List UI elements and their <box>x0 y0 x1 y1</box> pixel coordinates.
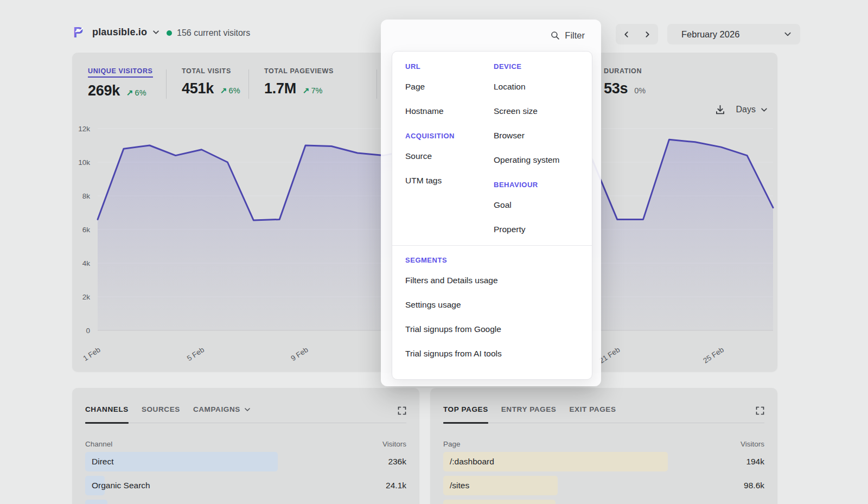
tab-sources[interactable]: SOURCES <box>142 405 180 423</box>
stat-label: DURATION <box>604 67 642 75</box>
filter-item-location[interactable]: Location <box>494 74 582 99</box>
x-tick-label-21-feb: 21 Feb <box>598 346 621 365</box>
row-value: 194k <box>746 457 764 467</box>
tab-exit-pages[interactable]: EXIT PAGES <box>569 405 616 423</box>
stat-label: TOTAL VISITS <box>182 67 231 75</box>
channels-card: CHANNELSSOURCESCAMPAIGNS ChannelVisitors… <box>72 388 419 504</box>
tab-channels[interactable]: CHANNELS <box>85 405 129 423</box>
filter-item-page[interactable]: Page <box>405 74 494 99</box>
filter-dropdown: URLPageHostnameACQUISITIONSourceUTM tags… <box>392 51 592 380</box>
filter-item-browser[interactable]: Browser <box>494 123 582 148</box>
row-label: Organic Search <box>92 481 150 490</box>
filter-group-behaviour: BEHAVIOUR <box>494 176 582 193</box>
row-bar <box>85 452 278 471</box>
table-row-direct[interactable]: Direct236k <box>85 452 406 471</box>
filter-item-hostname[interactable]: Hostname <box>405 99 494 123</box>
plausible-logo-icon: P <box>72 25 87 40</box>
column-header-channel: Channel <box>85 440 112 448</box>
filter-item-utm-tags[interactable]: UTM tags <box>405 168 494 193</box>
row-label: /:dashboard <box>450 457 494 467</box>
tab-entry-pages[interactable]: ENTRY PAGES <box>501 405 557 423</box>
current-visitors-label: 156 current visitors <box>177 28 250 38</box>
current-visitors[interactable]: 156 current visitors <box>167 28 250 38</box>
segment-item-trial-signups-from-ai-tools[interactable]: Trial signups from AI tools <box>405 341 582 366</box>
y-tick-label-2k: 2k <box>82 293 91 301</box>
prev-period-button[interactable] <box>616 24 637 44</box>
stat-total-visits[interactable]: TOTAL VISITS451k↗6% <box>182 66 240 97</box>
filter-modal: Filter URLPageHostnameACQUISITIONSourceU… <box>381 20 601 386</box>
interval-controls: Days <box>715 103 768 117</box>
segment-item-filters-and-details-usage[interactable]: Filters and Details usage <box>405 268 582 292</box>
channels-column-headers: ChannelVisitors <box>85 440 406 448</box>
tab-campaigns[interactable]: CAMPAIGNS <box>193 405 251 423</box>
filter-item-source[interactable]: Source <box>405 144 494 168</box>
table-row-organic-search[interactable]: Organic Search24.1k <box>85 476 406 495</box>
expand-icon[interactable] <box>756 406 764 415</box>
table-row-sites[interactable]: /sites98.6k <box>443 476 764 495</box>
filter-column-left: URLPageHostnameACQUISITIONSourceUTM tags <box>405 58 494 241</box>
segment-item-trial-signups-from-google[interactable]: Trial signups from Google <box>405 317 582 341</box>
filter-group-device: DEVICE <box>494 58 582 74</box>
segments-divider <box>392 245 592 246</box>
up-right-arrow-icon: ↗ <box>126 88 133 98</box>
stat-delta-value: 6% <box>135 88 146 97</box>
filter-group-acquisition: ACQUISITION <box>405 127 494 144</box>
table-row-dashboard[interactable]: /:dashboard194k <box>443 452 764 471</box>
stat-delta-value: 0% <box>634 86 646 95</box>
site-name: plausible.io <box>92 27 147 38</box>
stat-value: 269k <box>88 82 120 99</box>
filter-item-property[interactable]: Property <box>494 217 582 241</box>
row-label: Direct <box>92 457 113 467</box>
y-tick-label-6k: 6k <box>82 226 91 234</box>
stat-unique-visitors[interactable]: UNIQUE VISITORS269k↗6% <box>88 66 153 99</box>
filter-group-segments: SEGMENTS <box>405 252 582 268</box>
stat-value: 1.7M <box>264 80 296 97</box>
x-tick-label-5-feb: 5 Feb <box>186 346 206 362</box>
pages-rows: /:dashboard194k/sites98.6k <box>443 452 764 504</box>
row-value: 236k <box>388 457 406 467</box>
x-tick-label-25-feb: 25 Feb <box>701 346 725 365</box>
y-tick-label-10k: 10k <box>78 158 90 167</box>
filter-columns: URLPageHostnameACQUISITIONSourceUTM tags… <box>405 58 582 241</box>
stat-duration[interactable]: DURATION53s0% <box>604 66 646 97</box>
filter-item-goal[interactable]: Goal <box>494 193 582 217</box>
filter-item-operating-system[interactable]: Operating system <box>494 148 582 172</box>
pages-tabs: TOP PAGESENTRY PAGESEXIT PAGES <box>443 405 764 423</box>
site-switcher[interactable]: P plausible.io <box>72 25 159 40</box>
date-range-dropdown[interactable]: February 2026 <box>667 24 800 44</box>
filter-search-input[interactable]: Filter <box>551 30 585 41</box>
date-range-label: February 2026 <box>681 29 739 40</box>
filter-group-url: URL <box>405 58 494 74</box>
stat-delta: ↗6% <box>220 86 240 95</box>
live-dot-icon <box>167 30 172 36</box>
column-header-page: Page <box>443 440 461 448</box>
expand-icon[interactable] <box>398 406 406 415</box>
segment-item-settings-usage[interactable]: Settings usage <box>405 292 582 317</box>
interval-dropdown[interactable]: Days <box>736 105 768 114</box>
y-tick-label-0: 0 <box>86 327 90 335</box>
download-icon[interactable] <box>715 105 725 115</box>
date-nav <box>616 24 658 44</box>
pages-card: TOP PAGESENTRY PAGESEXIT PAGES PageVisit… <box>430 388 777 504</box>
up-right-arrow-icon: ↗ <box>220 86 227 95</box>
channels-tabs: CHANNELSSOURCESCAMPAIGNS <box>85 405 406 423</box>
row-label: /sites <box>450 481 469 490</box>
filter-search-label: Filter <box>565 30 585 41</box>
next-period-button[interactable] <box>637 24 658 44</box>
stat-divider <box>166 69 167 99</box>
tab-top-pages[interactable]: TOP PAGES <box>443 405 488 423</box>
stat-divider <box>376 69 377 99</box>
stat-delta-value: 6% <box>229 86 240 95</box>
y-tick-label-8k: 8k <box>82 192 91 200</box>
pages-column-headers: PageVisitors <box>443 440 764 448</box>
search-icon <box>551 31 560 40</box>
x-tick-label-1-feb: 1 Feb <box>82 346 102 362</box>
stat-delta: ↗6% <box>126 88 146 98</box>
column-header-visitors: Visitors <box>382 440 406 448</box>
stat-total-pageviews[interactable]: TOTAL PAGEVIEWS1.7M↗7% <box>264 66 334 97</box>
filter-column-right: DEVICELocationScreen sizeBrowserOperatin… <box>494 58 582 241</box>
filter-item-screen-size[interactable]: Screen size <box>494 99 582 123</box>
chevron-down-icon <box>784 30 792 38</box>
column-header-visitors: Visitors <box>741 440 764 448</box>
stat-value: 53s <box>604 80 628 97</box>
